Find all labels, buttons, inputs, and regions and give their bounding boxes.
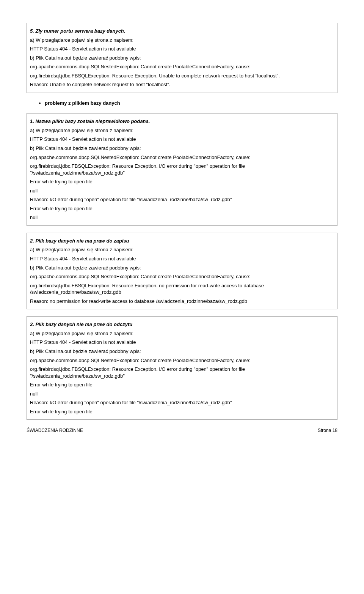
section-3-ex2: org.firebirdsql.jdbc.FBSQLException: Res… — [30, 366, 334, 379]
section-3-null1: null — [30, 391, 334, 397]
section-1-b: b) Plik Catalina.out będzie zawierać pod… — [30, 145, 334, 152]
section-1-box: 1. Nazwa pliku bazy została nieprawidłow… — [27, 113, 337, 226]
section-2-http: HTTP Status 404 - Servlet action is not … — [30, 255, 334, 262]
section-5-box: 5. Zły numer portu serwera bazy danych. … — [27, 23, 337, 93]
section-2-box: 2. Plik bazy danych nie ma praw do zapis… — [27, 233, 337, 309]
section-3-b: b) Plik Catalina.out będzie zawierać pod… — [30, 348, 334, 355]
section-5-http: HTTP Status 404 - Servlet action is not … — [30, 46, 334, 52]
section-1-title: 1. Nazwa pliku bazy została nieprawidłow… — [30, 118, 150, 124]
section-5-reason: Reason: Unable to complete network reque… — [30, 81, 334, 88]
section-2-ex2: org.firebirdsql.jdbc.FBSQLException: Res… — [30, 282, 334, 296]
page-footer: ŚWIADCZENIA RODZINNE Strona 18 — [27, 427, 337, 433]
section-1-null2: null — [30, 214, 334, 221]
section-2-title: 2. Plik bazy danych nie ma praw do zapis… — [30, 238, 129, 244]
section-3-title: 3. Plik bazy danych nie ma praw do odczy… — [30, 321, 132, 327]
section-5-a: a) W przeglądarce pojawi się strona z na… — [30, 37, 334, 44]
section-5-b: b) Plik Catalina.out będzie zawierać pod… — [30, 55, 334, 61]
bullet-db-file-problems: problemy z plikiem bazy danych — [45, 100, 337, 107]
section-2-ex1: org.apache.commons.dbcp.SQLNestedExcepti… — [30, 273, 334, 280]
section-2-reason: Reason: no permission for read-write acc… — [30, 298, 334, 305]
section-3-err1: Error while trying to open file — [30, 381, 334, 388]
section-3-a: a) W przeglądarce pojawi się strona z na… — [30, 330, 334, 337]
section-1-err2: Error while trying to open file — [30, 205, 334, 212]
section-1-http: HTTP Status 404 - Servlet action is not … — [30, 136, 334, 143]
section-1-a: a) W przeglądarce pojawi się strona z na… — [30, 127, 334, 134]
section-1-reason: Reason: I/O error during "open" operatio… — [30, 196, 334, 203]
section-5-title: 5. Zły numer portu serwera bazy danych. — [30, 28, 125, 34]
section-1-err1: Error while trying to open file — [30, 178, 334, 185]
section-3-err2: Error while trying to open file — [30, 408, 334, 415]
section-2-b: b) Plik Catalina.out będzie zawierać pod… — [30, 265, 334, 271]
section-3-ex1: org.apache.commons.dbcp.SQLNestedExcepti… — [30, 357, 334, 364]
section-3-reason: Reason: I/O error during "open" operatio… — [30, 399, 334, 406]
section-1-ex1: org.apache.commons.dbcp.SQLNestedExcepti… — [30, 154, 334, 161]
footer-left: ŚWIADCZENIA RODZINNE — [27, 427, 83, 433]
footer-right: Strona 18 — [318, 427, 337, 433]
section-2-a: a) W przeglądarce pojawi się strona z na… — [30, 246, 334, 253]
section-3-box: 3. Plik bazy danych nie ma praw do odczy… — [27, 316, 337, 420]
section-1-ex2: org.firebirdsql.jdbc.FBSQLException: Res… — [30, 163, 334, 176]
bullet-list: problemy z plikiem bazy danych — [45, 100, 337, 107]
section-1-null1: null — [30, 187, 334, 194]
section-3-http: HTTP Status 404 - Servlet action is not … — [30, 339, 334, 346]
section-5-ex2: org.firebirdsql.jdbc.FBSQLException: Res… — [30, 72, 334, 79]
section-5-ex1: org.apache.commons.dbcp.SQLNestedExcepti… — [30, 63, 334, 70]
